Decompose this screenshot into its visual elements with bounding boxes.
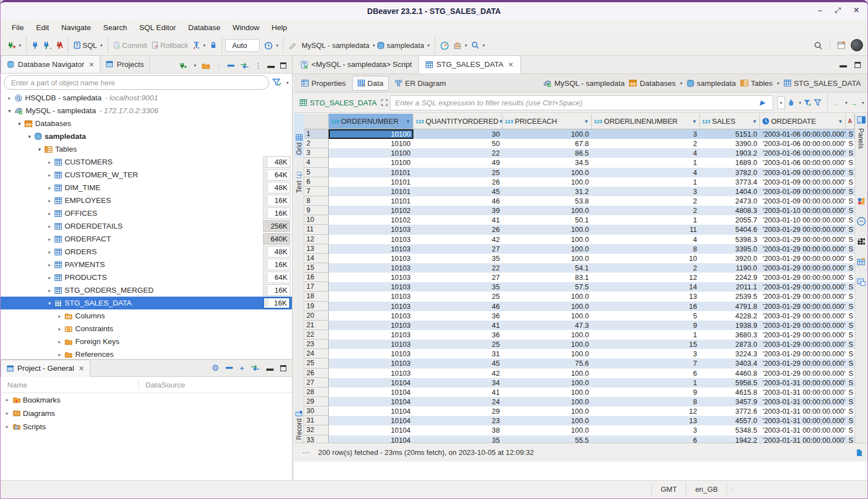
cell-a[interactable]: S	[846, 302, 855, 311]
new-connection-dropdown-icon[interactable]: ▾	[19, 43, 21, 48]
forward-icon[interactable]: →	[850, 98, 858, 108]
cell-sales[interactable]: 3920.0	[700, 254, 760, 263]
tree-item-databases[interactable]: ▾Databases	[1, 117, 292, 130]
minimize-editor-icon[interactable]: ▬	[840, 61, 847, 69]
tree-item-orderfact[interactable]: ▸ORDERFACT640K	[1, 232, 292, 245]
tab-sql-script[interactable]: <MySQL - sampledata> Script	[294, 55, 418, 74]
cell-sales[interactable]: 1190.0	[700, 263, 760, 273]
presentation-tab-grid[interactable]: Grid	[294, 114, 304, 157]
cell-priceeach[interactable]: 100.0	[503, 349, 592, 358]
cell-orderlinenumber[interactable]: 16	[592, 302, 700, 311]
cell-orderdate[interactable]: '2003-01-29 00:00:00.000'	[760, 273, 846, 282]
commit-button[interactable]: Commit	[111, 40, 149, 51]
breadcrumb-dropdown-icon[interactable]: ▾	[680, 81, 682, 86]
cell-a[interactable]: S	[846, 378, 855, 387]
cell-orderlinenumber[interactable]: 14	[592, 282, 700, 292]
panels-toggle-icon[interactable]	[857, 116, 866, 124]
maximize-view-icon[interactable]	[280, 365, 286, 371]
cell-sales[interactable]: 2055.7	[700, 215, 760, 225]
expand-arrow-icon[interactable]: ▸	[56, 352, 63, 357]
clear-filter-icon[interactable]	[787, 99, 795, 106]
column-menu-icon[interactable]: ▼	[406, 119, 411, 124]
dashboard-icon[interactable]	[438, 40, 451, 51]
cell-sales[interactable]: 2242.9	[700, 273, 760, 282]
cell-quantityordered[interactable]: 31	[413, 349, 503, 358]
project-settings-icon[interactable]: ⚙	[212, 363, 219, 373]
reconnect-icon[interactable]	[41, 40, 53, 51]
cell-orderlinenumber[interactable]: 4	[592, 235, 700, 244]
cell-sales[interactable]: 4615.8	[700, 387, 760, 397]
rename-icon[interactable]	[286, 40, 299, 51]
cell-ordernumber[interactable]: 10103	[329, 263, 413, 273]
expand-arrow-icon[interactable]: ▸	[46, 185, 53, 191]
tree-item-references[interactable]: ▸References	[1, 348, 292, 359]
cell-quantityordered[interactable]: 25	[413, 292, 503, 301]
cell-quantityordered[interactable]: 23	[413, 416, 503, 425]
cell-orderlinenumber[interactable]: 5	[592, 311, 700, 321]
new-connection-dropdown-icon[interactable]: ▾	[194, 63, 196, 68]
cell-orderlinenumber[interactable]: 12	[592, 273, 700, 282]
row-number[interactable]: 7	[304, 187, 329, 196]
cell-orderdate[interactable]: '2003-01-31 00:00:00.000'	[760, 406, 846, 416]
status-overflow-icon[interactable]: ⋯	[302, 448, 310, 457]
expand-arrow-icon[interactable]: ▸	[46, 172, 53, 178]
grid-corner-cell[interactable]	[304, 114, 329, 129]
cell-priceeach[interactable]: 100.0	[503, 129, 592, 139]
cell-orderdate[interactable]: '2003-01-29 00:00:00.000'	[760, 311, 846, 321]
row-number[interactable]: 4	[304, 158, 329, 167]
cell-orderlinenumber[interactable]: 4	[592, 148, 700, 158]
search-dropdown-icon[interactable]: ▾	[482, 43, 485, 48]
cell-ordernumber[interactable]: 10101	[329, 187, 413, 196]
cell-orderlinenumber[interactable]: 2	[592, 139, 700, 148]
expand-arrow-icon[interactable]: ▸	[46, 275, 53, 280]
sql-filter-input[interactable]: Enter a SQL expression to filter results…	[390, 95, 773, 110]
cell-orderdate[interactable]: '2003-01-29 00:00:00.000'	[760, 358, 846, 368]
cell-orderlinenumber[interactable]: 1	[592, 158, 700, 167]
row-number[interactable]: 21	[304, 321, 329, 330]
database-dropdown-icon[interactable]: ▾	[427, 43, 430, 48]
menu-search[interactable]: Search	[97, 21, 133, 34]
cell-sales[interactable]: 3680.3	[700, 330, 760, 340]
cell-quantityordered[interactable]: 46	[413, 302, 503, 311]
minimize-window-icon[interactable]: –	[818, 6, 822, 15]
restore-window-icon[interactable]: ⤢	[835, 6, 841, 15]
cell-priceeach[interactable]: 34.5	[503, 158, 592, 167]
tree-item-orders[interactable]: ▸ORDERS48K	[1, 245, 292, 258]
cell-ordernumber[interactable]: 10103	[329, 235, 413, 244]
filter-dropdown-icon[interactable]: ▾	[286, 80, 289, 85]
cell-a[interactable]: S	[846, 254, 855, 263]
cell-priceeach[interactable]: 100.0	[503, 177, 592, 187]
cell-a[interactable]: S	[846, 330, 855, 340]
cell-sales[interactable]: 5151.0	[700, 129, 760, 139]
row-number[interactable]: 17	[304, 282, 329, 292]
cell-quantityordered[interactable]: 42	[413, 235, 503, 244]
cell-sales[interactable]: 3773.4	[700, 177, 760, 187]
cell-a[interactable]: S	[846, 387, 855, 397]
row-number[interactable]: 29	[304, 397, 329, 406]
txn-history-dropdown-icon[interactable]: ▾	[276, 43, 278, 48]
row-number[interactable]: 19	[304, 302, 329, 311]
cell-orderdate[interactable]: '2003-01-29 00:00:00.000'	[760, 225, 846, 234]
cell-ordernumber[interactable]: 10103	[329, 349, 413, 358]
cell-orderlinenumber[interactable]: 13	[592, 292, 700, 301]
cell-sales[interactable]: 3403.4	[700, 358, 760, 368]
expand-arrow-icon[interactable]: ▸	[46, 262, 53, 268]
cell-orderdate[interactable]: '2003-01-31 00:00:00.000'	[760, 416, 846, 425]
row-number[interactable]: 23	[304, 340, 329, 349]
cell-a[interactable]: S	[846, 292, 855, 301]
cell-quantityordered[interactable]: 35	[413, 435, 503, 444]
connect-icon[interactable]	[30, 40, 41, 51]
cell-quantityordered[interactable]: 35	[413, 254, 503, 263]
breadcrumb-stg-sales-data[interactable]: STG_SALES_DATA	[783, 78, 862, 89]
cell-ordernumber[interactable]: 10104	[329, 378, 413, 387]
row-number[interactable]: 31	[304, 416, 329, 425]
cell-orderdate[interactable]: '2003-01-09 00:00:00.000'	[760, 168, 846, 177]
cell-orderlinenumber[interactable]: 13	[592, 416, 700, 425]
maximize-view-icon[interactable]	[280, 62, 286, 69]
cell-orderlinenumber[interactable]: 1	[592, 330, 700, 340]
transaction-dropdown-icon[interactable]: ▾	[203, 43, 206, 48]
close-project-tab-icon[interactable]: ✕	[79, 365, 84, 372]
cell-sales[interactable]: 5958.5	[700, 378, 760, 387]
tree-item-constraints[interactable]: ▸Constraints	[1, 322, 292, 335]
cell-quantityordered[interactable]: 35	[413, 282, 503, 292]
